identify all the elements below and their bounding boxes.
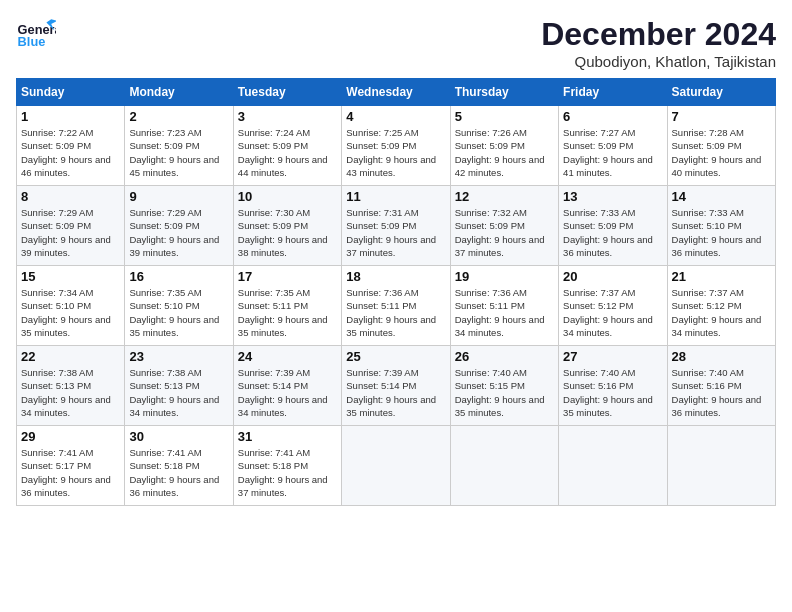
header-friday: Friday [559, 79, 667, 106]
day-number: 2 [129, 109, 228, 124]
day-number: 4 [346, 109, 445, 124]
calendar-row: 8 Sunrise: 7:29 AMSunset: 5:09 PMDayligh… [17, 186, 776, 266]
cell-info: Sunrise: 7:40 AMSunset: 5:16 PMDaylight:… [563, 367, 653, 418]
cell-info: Sunrise: 7:30 AMSunset: 5:09 PMDaylight:… [238, 207, 328, 258]
day-number: 11 [346, 189, 445, 204]
calendar-cell: 13 Sunrise: 7:33 AMSunset: 5:09 PMDaylig… [559, 186, 667, 266]
cell-info: Sunrise: 7:29 AMSunset: 5:09 PMDaylight:… [129, 207, 219, 258]
cell-info: Sunrise: 7:35 AMSunset: 5:11 PMDaylight:… [238, 287, 328, 338]
calendar-cell: 15 Sunrise: 7:34 AMSunset: 5:10 PMDaylig… [17, 266, 125, 346]
calendar-cell [450, 426, 558, 506]
month-title: December 2024 [541, 16, 776, 53]
cell-info: Sunrise: 7:40 AMSunset: 5:15 PMDaylight:… [455, 367, 545, 418]
cell-info: Sunrise: 7:25 AMSunset: 5:09 PMDaylight:… [346, 127, 436, 178]
day-number: 17 [238, 269, 337, 284]
svg-text:Blue: Blue [18, 34, 46, 49]
day-number: 10 [238, 189, 337, 204]
cell-info: Sunrise: 7:33 AMSunset: 5:09 PMDaylight:… [563, 207, 653, 258]
calendar-cell: 17 Sunrise: 7:35 AMSunset: 5:11 PMDaylig… [233, 266, 341, 346]
day-number: 27 [563, 349, 662, 364]
header-monday: Monday [125, 79, 233, 106]
calendar-cell: 10 Sunrise: 7:30 AMSunset: 5:09 PMDaylig… [233, 186, 341, 266]
calendar-cell: 19 Sunrise: 7:36 AMSunset: 5:11 PMDaylig… [450, 266, 558, 346]
calendar-cell: 16 Sunrise: 7:35 AMSunset: 5:10 PMDaylig… [125, 266, 233, 346]
day-number: 29 [21, 429, 120, 444]
cell-info: Sunrise: 7:23 AMSunset: 5:09 PMDaylight:… [129, 127, 219, 178]
cell-info: Sunrise: 7:31 AMSunset: 5:09 PMDaylight:… [346, 207, 436, 258]
cell-info: Sunrise: 7:36 AMSunset: 5:11 PMDaylight:… [346, 287, 436, 338]
day-number: 14 [672, 189, 771, 204]
cell-info: Sunrise: 7:38 AMSunset: 5:13 PMDaylight:… [21, 367, 111, 418]
cell-info: Sunrise: 7:24 AMSunset: 5:09 PMDaylight:… [238, 127, 328, 178]
calendar-cell: 24 Sunrise: 7:39 AMSunset: 5:14 PMDaylig… [233, 346, 341, 426]
day-number: 23 [129, 349, 228, 364]
day-number: 21 [672, 269, 771, 284]
day-number: 12 [455, 189, 554, 204]
cell-info: Sunrise: 7:29 AMSunset: 5:09 PMDaylight:… [21, 207, 111, 258]
calendar-cell [342, 426, 450, 506]
calendar-cell: 5 Sunrise: 7:26 AMSunset: 5:09 PMDayligh… [450, 106, 558, 186]
calendar-cell: 23 Sunrise: 7:38 AMSunset: 5:13 PMDaylig… [125, 346, 233, 426]
calendar-cell: 25 Sunrise: 7:39 AMSunset: 5:14 PMDaylig… [342, 346, 450, 426]
day-number: 1 [21, 109, 120, 124]
cell-info: Sunrise: 7:28 AMSunset: 5:09 PMDaylight:… [672, 127, 762, 178]
day-number: 24 [238, 349, 337, 364]
calendar-cell: 28 Sunrise: 7:40 AMSunset: 5:16 PMDaylig… [667, 346, 775, 426]
day-number: 28 [672, 349, 771, 364]
cell-info: Sunrise: 7:40 AMSunset: 5:16 PMDaylight:… [672, 367, 762, 418]
calendar-row: 1 Sunrise: 7:22 AMSunset: 5:09 PMDayligh… [17, 106, 776, 186]
calendar-cell: 3 Sunrise: 7:24 AMSunset: 5:09 PMDayligh… [233, 106, 341, 186]
day-number: 7 [672, 109, 771, 124]
cell-info: Sunrise: 7:34 AMSunset: 5:10 PMDaylight:… [21, 287, 111, 338]
cell-info: Sunrise: 7:41 AMSunset: 5:18 PMDaylight:… [238, 447, 328, 498]
cell-info: Sunrise: 7:35 AMSunset: 5:10 PMDaylight:… [129, 287, 219, 338]
cell-info: Sunrise: 7:37 AMSunset: 5:12 PMDaylight:… [563, 287, 653, 338]
day-number: 20 [563, 269, 662, 284]
calendar-cell: 22 Sunrise: 7:38 AMSunset: 5:13 PMDaylig… [17, 346, 125, 426]
cell-info: Sunrise: 7:39 AMSunset: 5:14 PMDaylight:… [346, 367, 436, 418]
calendar-cell: 11 Sunrise: 7:31 AMSunset: 5:09 PMDaylig… [342, 186, 450, 266]
cell-info: Sunrise: 7:32 AMSunset: 5:09 PMDaylight:… [455, 207, 545, 258]
calendar-cell: 7 Sunrise: 7:28 AMSunset: 5:09 PMDayligh… [667, 106, 775, 186]
header-thursday: Thursday [450, 79, 558, 106]
day-number: 8 [21, 189, 120, 204]
calendar-cell: 14 Sunrise: 7:33 AMSunset: 5:10 PMDaylig… [667, 186, 775, 266]
calendar-cell: 29 Sunrise: 7:41 AMSunset: 5:17 PMDaylig… [17, 426, 125, 506]
day-number: 16 [129, 269, 228, 284]
calendar-table: Sunday Monday Tuesday Wednesday Thursday… [16, 78, 776, 506]
day-number: 18 [346, 269, 445, 284]
cell-info: Sunrise: 7:26 AMSunset: 5:09 PMDaylight:… [455, 127, 545, 178]
cell-info: Sunrise: 7:27 AMSunset: 5:09 PMDaylight:… [563, 127, 653, 178]
day-number: 31 [238, 429, 337, 444]
header-sunday: Sunday [17, 79, 125, 106]
calendar-cell: 8 Sunrise: 7:29 AMSunset: 5:09 PMDayligh… [17, 186, 125, 266]
cell-info: Sunrise: 7:33 AMSunset: 5:10 PMDaylight:… [672, 207, 762, 258]
calendar-cell: 6 Sunrise: 7:27 AMSunset: 5:09 PMDayligh… [559, 106, 667, 186]
day-number: 26 [455, 349, 554, 364]
calendar-cell: 9 Sunrise: 7:29 AMSunset: 5:09 PMDayligh… [125, 186, 233, 266]
header-wednesday: Wednesday [342, 79, 450, 106]
cell-info: Sunrise: 7:38 AMSunset: 5:13 PMDaylight:… [129, 367, 219, 418]
calendar-cell: 21 Sunrise: 7:37 AMSunset: 5:12 PMDaylig… [667, 266, 775, 346]
header-saturday: Saturday [667, 79, 775, 106]
calendar-cell [667, 426, 775, 506]
day-number: 5 [455, 109, 554, 124]
weekday-header-row: Sunday Monday Tuesday Wednesday Thursday… [17, 79, 776, 106]
location-title: Qubodiyon, Khatlon, Tajikistan [541, 53, 776, 70]
calendar-row: 22 Sunrise: 7:38 AMSunset: 5:13 PMDaylig… [17, 346, 776, 426]
calendar-cell: 31 Sunrise: 7:41 AMSunset: 5:18 PMDaylig… [233, 426, 341, 506]
day-number: 25 [346, 349, 445, 364]
day-number: 9 [129, 189, 228, 204]
calendar-cell: 30 Sunrise: 7:41 AMSunset: 5:18 PMDaylig… [125, 426, 233, 506]
calendar-cell: 26 Sunrise: 7:40 AMSunset: 5:15 PMDaylig… [450, 346, 558, 426]
day-number: 22 [21, 349, 120, 364]
day-number: 19 [455, 269, 554, 284]
cell-info: Sunrise: 7:37 AMSunset: 5:12 PMDaylight:… [672, 287, 762, 338]
logo: General Blue [16, 16, 56, 56]
calendar-cell: 18 Sunrise: 7:36 AMSunset: 5:11 PMDaylig… [342, 266, 450, 346]
title-block: December 2024 Qubodiyon, Khatlon, Tajiki… [541, 16, 776, 70]
cell-info: Sunrise: 7:36 AMSunset: 5:11 PMDaylight:… [455, 287, 545, 338]
cell-info: Sunrise: 7:39 AMSunset: 5:14 PMDaylight:… [238, 367, 328, 418]
calendar-cell [559, 426, 667, 506]
calendar-cell: 20 Sunrise: 7:37 AMSunset: 5:12 PMDaylig… [559, 266, 667, 346]
